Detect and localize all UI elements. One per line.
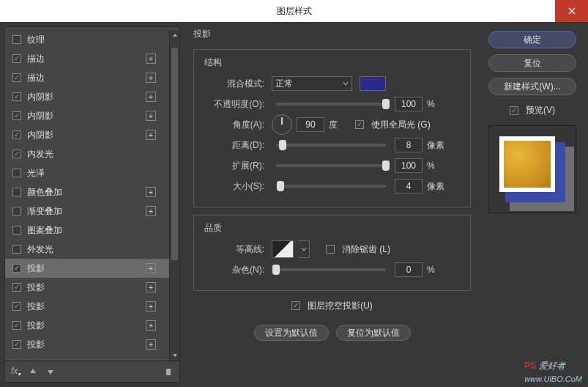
distance-input[interactable]: 8 xyxy=(395,138,423,152)
contour-dropdown[interactable] xyxy=(298,240,310,258)
effect-checkbox[interactable] xyxy=(12,226,21,235)
global-light-checkbox[interactable] xyxy=(355,120,364,129)
reset-default-button[interactable]: 复位为默认值 xyxy=(336,325,411,341)
effect-row[interactable]: 内阴影+ xyxy=(5,125,169,144)
cancel-button[interactable]: 复位 xyxy=(488,54,576,72)
shadow-color-swatch[interactable] xyxy=(360,76,386,91)
effect-row[interactable]: 内发光 xyxy=(5,144,169,163)
effect-checkbox[interactable] xyxy=(12,302,21,311)
preview-checkbox[interactable] xyxy=(510,106,518,115)
add-effect-icon[interactable]: + xyxy=(146,92,156,102)
ok-button[interactable]: 确定 xyxy=(488,31,576,48)
effect-row[interactable]: 渐变叠加+ xyxy=(5,202,169,221)
effect-row[interactable]: 内阴影+ xyxy=(5,106,169,125)
antialias-checkbox[interactable] xyxy=(326,245,335,254)
angle-input[interactable]: 90 xyxy=(297,117,324,132)
add-effect-icon[interactable]: + xyxy=(146,111,156,121)
effect-checkbox[interactable] xyxy=(12,35,21,44)
noise-input[interactable]: 0 xyxy=(395,262,423,277)
move-down-icon[interactable] xyxy=(45,366,56,377)
effect-checkbox[interactable] xyxy=(12,111,21,120)
effect-label: 投影 xyxy=(27,301,146,313)
spread-input[interactable]: 100 xyxy=(395,158,423,173)
knockout-checkbox[interactable] xyxy=(291,301,300,310)
new-style-button[interactable]: 新建样式(W)... xyxy=(488,78,576,95)
opacity-input[interactable]: 100 xyxy=(395,97,423,111)
scroll-up-icon[interactable] xyxy=(170,30,179,40)
contour-picker[interactable] xyxy=(272,240,294,258)
add-effect-icon[interactable]: + xyxy=(146,263,156,273)
effect-row[interactable]: 纹理 xyxy=(5,30,169,49)
effect-checkbox[interactable] xyxy=(12,264,21,273)
effect-row[interactable]: 外发光 xyxy=(5,240,169,259)
effect-checkbox[interactable] xyxy=(12,169,21,177)
add-effect-icon[interactable]: + xyxy=(146,130,156,140)
effect-row[interactable]: 描边+ xyxy=(5,68,169,87)
set-default-button[interactable]: 设置为默认值 xyxy=(254,325,329,341)
opacity-slider[interactable] xyxy=(276,103,386,106)
antialias-label: 消除锯齿 (L) xyxy=(342,243,390,256)
effect-label: 外发光 xyxy=(27,243,156,256)
sidebar-footer: fx▾ xyxy=(5,361,179,382)
effect-row[interactable]: 光泽 xyxy=(5,163,169,183)
effect-row[interactable]: 颜色叠加+ xyxy=(5,183,169,202)
noise-slider[interactable] xyxy=(276,268,386,271)
add-effect-icon[interactable]: + xyxy=(146,54,156,64)
effect-checkbox[interactable] xyxy=(12,283,21,292)
size-slider[interactable] xyxy=(276,185,386,188)
effect-label: 描边 xyxy=(27,53,146,65)
add-effect-icon[interactable]: + xyxy=(146,301,156,312)
add-effect-icon[interactable]: + xyxy=(146,339,156,350)
effect-checkbox[interactable] xyxy=(12,207,21,215)
add-effect-icon[interactable]: + xyxy=(146,320,156,331)
add-effect-icon[interactable]: + xyxy=(146,282,156,292)
effect-row[interactable]: 投影+ xyxy=(5,259,169,278)
titlebar: 图层样式 xyxy=(0,0,588,22)
spread-slider[interactable] xyxy=(276,164,386,167)
move-up-icon[interactable] xyxy=(28,366,38,377)
effect-checkbox[interactable] xyxy=(12,321,21,330)
effect-checkbox[interactable] xyxy=(12,130,21,139)
effect-checkbox[interactable] xyxy=(12,73,21,82)
effect-row[interactable]: 图案叠加 xyxy=(5,221,169,240)
add-effect-icon[interactable]: + xyxy=(146,73,156,83)
effect-row[interactable]: 描边+ xyxy=(5,49,169,68)
effect-row[interactable]: 投影+ xyxy=(5,297,169,316)
effect-label: 纹理 xyxy=(27,34,156,46)
effect-label: 内阴影 xyxy=(27,129,146,141)
fx-menu-icon[interactable]: fx▾ xyxy=(11,366,21,377)
effect-label: 光泽 xyxy=(27,167,156,180)
effect-row[interactable]: 投影+ xyxy=(5,278,169,297)
scroll-down-icon[interactable] xyxy=(170,350,179,361)
distance-slider[interactable] xyxy=(276,144,386,147)
chevron-down-icon xyxy=(343,81,349,86)
preview-label: 预览(V) xyxy=(526,104,555,117)
effect-checkbox[interactable] xyxy=(12,54,21,63)
add-effect-icon[interactable]: + xyxy=(146,187,156,197)
effect-label: 投影 xyxy=(27,281,146,294)
scroll-thumb[interactable] xyxy=(171,48,178,260)
size-input[interactable]: 4 xyxy=(395,179,423,194)
sidebar-scrollbar[interactable] xyxy=(169,30,179,361)
blend-mode-select[interactable]: 正常 xyxy=(272,76,352,91)
trash-icon[interactable] xyxy=(163,366,174,377)
effect-label: 投影 xyxy=(27,262,146,275)
effect-label: 内发光 xyxy=(27,148,156,161)
effect-checkbox[interactable] xyxy=(12,150,21,158)
effect-checkbox[interactable] xyxy=(12,188,21,196)
effect-label: 描边 xyxy=(27,72,146,84)
add-effect-icon[interactable]: + xyxy=(146,206,156,216)
effect-checkbox[interactable] xyxy=(12,92,21,101)
effect-row[interactable]: 内阴影+ xyxy=(5,87,169,106)
effect-checkbox[interactable] xyxy=(12,245,21,254)
angle-dial[interactable] xyxy=(272,114,292,135)
effects-sidebar: 纹理描边+描边+内阴影+内阴影+内阴影+内发光光泽颜色叠加+渐变叠加+图案叠加外… xyxy=(4,26,180,383)
spread-label: 扩展(R): xyxy=(204,160,267,172)
close-button[interactable] xyxy=(555,0,588,22)
effect-row[interactable]: 投影+ xyxy=(5,316,169,335)
watermark: PS 爱好者 www.UiBO.CoM xyxy=(524,359,582,384)
contour-label: 等高线: xyxy=(204,243,267,256)
effect-row[interactable]: 投影+ xyxy=(5,335,169,354)
effect-checkbox[interactable] xyxy=(12,340,21,349)
chevron-down-icon xyxy=(301,246,307,252)
